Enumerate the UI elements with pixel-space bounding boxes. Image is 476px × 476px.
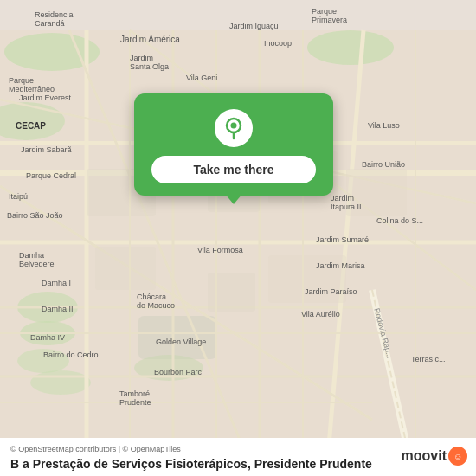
label-parque-mediterraneo: ParqueMediterrâneo — [9, 76, 55, 93]
label-vila-formosa: Vila Formosa — [197, 246, 243, 254]
label-bourbon-parc: Bourbon Parc — [154, 368, 202, 376]
take-me-there-button[interactable]: Take me there — [151, 156, 316, 183]
svg-point-39 — [231, 123, 237, 129]
label-damha-belvedere: DamhaBelvedere — [19, 251, 55, 268]
place-title: B a Prestação de Serviços Fisioterápicos… — [10, 457, 372, 471]
label-tambore: TamboréPrudente — [119, 389, 151, 407]
label-vila-aurelio: Vila Aurélio — [301, 310, 340, 318]
label-damha-i: Damha I — [42, 279, 71, 287]
svg-point-2 — [307, 30, 394, 65]
label-jardim-everest: Jardim Everest — [19, 93, 71, 102]
label-bairro-cedro: Bairro do Cedro — [43, 351, 99, 359]
label-bairro-sao-joao: Bairro São João — [7, 211, 63, 220]
label-itaipu: Itaipú — [9, 192, 28, 201]
label-bairro-uniao: Bairro União — [362, 160, 405, 169]
label-jardim-sabara: Jardim Sabarã — [21, 145, 72, 154]
label-terras: Terras c... — [411, 355, 446, 363]
label-parque-cedral: Parque Cedral — [26, 171, 76, 180]
label-colina-sol: Colina do S... — [376, 216, 423, 225]
label-jardim-iguacu: Jardim Iguaçu — [229, 22, 279, 30]
label-jardim-america: Jardim América — [120, 35, 180, 44]
location-pin — [215, 109, 253, 147]
svg-point-7 — [30, 370, 91, 395]
label-jardim-paraiso: Jardim Paraíso — [305, 287, 357, 296]
label-jardim-itapura: JardimItapura II — [331, 194, 362, 211]
map-container: ResidencialCarandá ParquePrimavera Jardi… — [0, 0, 476, 476]
pin-icon — [222, 116, 246, 140]
label-cecap: CECAP — [16, 121, 46, 131]
svg-rect-31 — [95, 247, 156, 290]
label-jardim-sumare: Jardim Sumaré — [316, 235, 369, 244]
svg-text:☺: ☺ — [453, 452, 462, 461]
label-inocoop: Inocoop — [264, 39, 292, 48]
svg-rect-30 — [208, 273, 255, 312]
label-damha-ii: Damha II — [42, 305, 74, 313]
label-golden-village: Golden Village — [156, 338, 206, 346]
moovit-logo: moovit ☺ — [402, 447, 467, 466]
label-jardim-marisa: Jardim Marisa — [316, 261, 365, 270]
label-damha-iv: Damha IV — [30, 333, 65, 342]
attribution-text: © OpenStreetMap contributors | © OpenMap… — [10, 445, 466, 453]
label-santa-olga: JardimSanta Olga — [130, 54, 169, 71]
moovit-text: moovit — [402, 448, 447, 464]
label-residencial-caranda: ResidencialCarandá — [35, 10, 75, 28]
moovit-icon: ☺ — [448, 447, 467, 466]
popup-card: Take me there — [134, 93, 333, 196]
label-vila-luso: Vila Luso — [368, 121, 400, 130]
label-chacara: Chácarado Macuco — [137, 293, 175, 310]
label-vila-geni: Vila Geni — [186, 74, 217, 82]
map-background — [0, 0, 476, 476]
label-parque-primavera: ParquePrimavera — [312, 7, 347, 24]
